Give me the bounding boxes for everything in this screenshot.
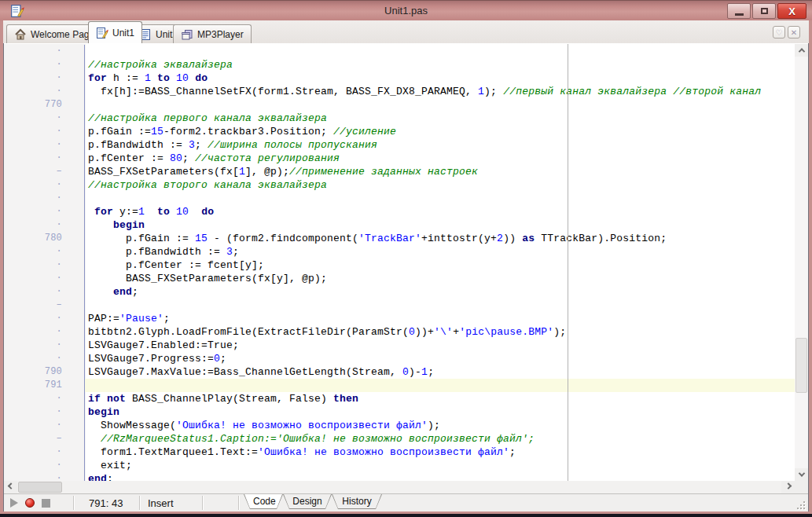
tab-label: History <box>332 494 382 508</box>
record-icon[interactable] <box>25 498 35 508</box>
code-line[interactable]: ·p.fBandwidth := 3; //ширина полосы проп… <box>4 138 795 152</box>
code-text <box>85 299 795 312</box>
code-line[interactable]: · for y:=1 to 10 do <box>4 205 795 218</box>
code-line[interactable]: · p.fBandwidth := 3; <box>4 245 795 258</box>
gutter-marker[interactable]: · <box>4 419 85 432</box>
tab-mp3player[interactable]: MP3Player <box>173 24 252 43</box>
code-line[interactable]: ·if not BASS_ChannelPlay(Stream, False) … <box>4 392 795 405</box>
resize-grip[interactable] <box>795 500 805 509</box>
code-line[interactable]: ·p.fGain :=15-form2.trackbar3.Position; … <box>4 125 795 138</box>
gutter-marker[interactable]: – <box>4 432 85 446</box>
gutter-marker[interactable]: · <box>4 125 85 138</box>
code-line[interactable]: – <box>4 299 795 312</box>
vertical-scrollbar[interactable] <box>795 44 808 481</box>
tab-design[interactable]: Design <box>283 494 332 509</box>
code-line[interactable]: · fx[h]:=BASS_ChannelSetFX(form1.Stream,… <box>4 85 795 98</box>
maximize-button[interactable] <box>752 3 776 19</box>
gutter-marker[interactable]: · <box>4 459 85 472</box>
gutter-marker[interactable]: · <box>4 352 85 365</box>
code-line[interactable]: · end; <box>4 285 795 299</box>
gutter-marker[interactable]: · <box>4 285 85 299</box>
code-text: ShowMessage('Ошибка! не возможно воспрои… <box>85 419 795 432</box>
code-text: //настройка второго канала эквалайзера <box>85 178 795 192</box>
code-line[interactable]: · form1.TextMarquee1.Text:='Ошибка! не в… <box>4 446 795 459</box>
tab-code[interactable]: Code <box>244 494 283 509</box>
gutter-marker[interactable]: · <box>4 178 85 192</box>
code-text <box>85 192 795 205</box>
scroll-up-button[interactable] <box>795 44 808 57</box>
code-line-current[interactable]: 791 <box>4 379 795 392</box>
statusbar-divider <box>73 496 74 510</box>
gutter-marker[interactable]: · <box>4 72 85 85</box>
code-line[interactable]: 770 <box>4 98 795 112</box>
code-line[interactable]: ·PAP:='Pause'; <box>4 312 795 325</box>
scroll-left-button[interactable] <box>4 481 17 493</box>
gutter-marker[interactable]: – <box>4 165 85 178</box>
code-line[interactable]: · begin <box>4 218 795 232</box>
gutter-marker[interactable]: · <box>4 392 85 405</box>
code-line[interactable]: · BASS_FXSetParameters(fx[y], @p); <box>4 272 795 285</box>
code-line[interactable]: ·LSVGauge7.Progress:=0; <box>4 352 795 365</box>
code-line[interactable]: ·//настройка первого канала эквалайзера <box>4 112 795 125</box>
stop-icon[interactable] <box>42 499 50 508</box>
gutter-marker[interactable]: · <box>4 446 85 459</box>
gutter-marker[interactable]: · <box>4 325 85 339</box>
gutter-marker[interactable]: · <box>4 192 85 205</box>
close-button[interactable]: X <box>777 3 806 19</box>
gutter-marker[interactable]: · <box>4 205 85 218</box>
scroll-right-button[interactable] <box>781 481 795 493</box>
gutter-marker[interactable]: 770 <box>4 98 85 112</box>
gutter-marker[interactable]: 791 <box>4 379 85 392</box>
gutter-marker[interactable]: 780 <box>4 232 85 245</box>
gutter-marker[interactable]: 790 <box>4 365 85 379</box>
gutter-marker[interactable]: · <box>4 258 85 272</box>
gutter-marker[interactable]: · <box>4 218 85 232</box>
code-line[interactable]: · exit; <box>4 459 795 472</box>
titlebar[interactable]: Unit1.pas X <box>0 0 812 20</box>
gutter-marker[interactable]: · <box>4 245 85 258</box>
play-icon[interactable] <box>10 498 18 508</box>
tab-list-button[interactable]: ♡ <box>773 26 785 38</box>
tab-close-button[interactable]: ✕ <box>788 26 800 38</box>
code-line[interactable]: ·bitbtn2.Glyph.LoadFromFile(ExtractFileD… <box>4 325 795 339</box>
code-line[interactable]: · <box>4 45 795 58</box>
code-line[interactable]: ·end; <box>4 472 795 481</box>
gutter-marker[interactable]: · <box>4 85 85 98</box>
code-line[interactable]: ·//настройка второго канала эквалайзера <box>4 178 795 192</box>
code-line[interactable]: ·for h := 1 to 10 do <box>4 72 795 85</box>
gutter-marker[interactable]: · <box>4 112 85 125</box>
code-line[interactable]: · p.fCenter := fcent[y]; <box>4 258 795 272</box>
minimize-button[interactable] <box>727 3 751 19</box>
code-line[interactable]: 780 p.fGain := 15 - (form2.findcomponent… <box>4 232 795 245</box>
gutter-marker[interactable]: · <box>4 138 85 152</box>
code-line[interactable]: –BASS_FXSetParameters(fx[1], @p);//приме… <box>4 165 795 178</box>
gutter-marker[interactable]: · <box>4 339 85 352</box>
code-line[interactable]: – //RzMarqueeStatus1.Caption:='Ошибка! н… <box>4 432 795 446</box>
horizontal-scroll-thumb[interactable] <box>18 482 62 493</box>
gutter-marker[interactable]: · <box>4 312 85 325</box>
code-text: p.fCenter := fcent[y]; <box>85 258 795 272</box>
gutter-marker[interactable]: · <box>4 272 85 285</box>
code-text <box>85 379 795 392</box>
code-line[interactable]: · <box>4 192 795 205</box>
gutter-marker[interactable]: · <box>4 472 85 481</box>
code-line[interactable]: ·//настройка эквалайзера <box>4 58 795 72</box>
vertical-scroll-thumb[interactable] <box>795 338 807 393</box>
gutter-marker[interactable]: · <box>4 45 85 58</box>
tab-unit1[interactable]: Unit1 <box>88 21 142 43</box>
gutter-marker[interactable]: · <box>4 58 85 72</box>
code-line[interactable]: · ShowMessage('Ошибка! не возможно воспр… <box>4 419 795 432</box>
code-line[interactable]: ·LSVGauge7.Enabled:=True; <box>4 339 795 352</box>
scroll-down-button[interactable] <box>795 468 808 481</box>
horizontal-scrollbar[interactable] <box>4 481 795 493</box>
insert-mode-indicator: Insert <box>148 497 174 509</box>
code-line[interactable]: ·p.fCenter := 80; //частота регулировани… <box>4 152 795 165</box>
statusbar-divider <box>139 496 140 510</box>
code-editor[interactable]: ··//настройка эквалайзера·for h := 1 to … <box>4 45 795 481</box>
code-line[interactable]: 790LSVGauge7.MaxValue:=Bass_ChannelGetLe… <box>4 365 795 379</box>
gutter-marker[interactable]: · <box>4 405 85 419</box>
gutter-marker[interactable]: · <box>4 152 85 165</box>
code-line[interactable]: ·begin <box>4 405 795 419</box>
gutter-marker[interactable]: – <box>4 299 85 312</box>
tab-history[interactable]: History <box>332 494 382 509</box>
